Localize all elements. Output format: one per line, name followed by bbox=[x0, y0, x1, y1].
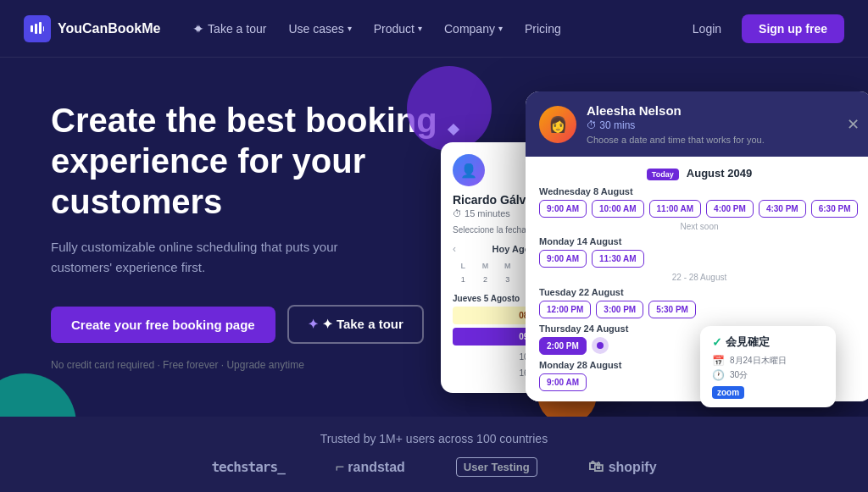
profile-duration-text: 30 mins bbox=[599, 119, 635, 131]
profile-name: Aleesha Nelson bbox=[587, 103, 765, 118]
shopify-text: shopify bbox=[609, 460, 657, 475]
hero-buttons: Create your free booking page ✦ ✦ Take a… bbox=[51, 305, 458, 344]
confirm-title-text: 会見確定 bbox=[726, 334, 770, 350]
slot-wed-1000[interactable]: 10:00 AM bbox=[592, 200, 644, 218]
calendar-icon: 📅 bbox=[712, 355, 725, 367]
svg-rect-0 bbox=[31, 25, 33, 32]
next-soon-label: Next soon bbox=[539, 222, 860, 231]
randstad-text: randstad bbox=[348, 460, 405, 475]
usertesting-logo: User Testing bbox=[456, 457, 537, 477]
slot-wed-900[interactable]: 9:00 AM bbox=[539, 200, 587, 218]
nav-product[interactable]: Product ▾ bbox=[365, 17, 431, 41]
nav-company[interactable]: Company ▾ bbox=[436, 17, 511, 41]
svg-rect-1 bbox=[35, 24, 37, 34]
cal-day-2[interactable]: 2 bbox=[475, 274, 495, 285]
confirm-time-row: 🕐 30分 bbox=[712, 369, 824, 381]
today-badge: Today bbox=[647, 169, 679, 180]
randstad-logo: ⌐ randstad bbox=[336, 458, 405, 476]
zoom-badge: zoom bbox=[712, 386, 824, 399]
profile-cta: Choose a date and time that works for yo… bbox=[587, 135, 765, 145]
slots-wednesday: 9:00 AM 10:00 AM 11:00 AM 4:00 PM 4:30 P… bbox=[539, 200, 860, 218]
shopify-icon: 🛍 bbox=[588, 458, 604, 476]
confirm-date-row: 📅 8月24日木曜日 bbox=[712, 355, 824, 367]
hero-title: Create the best booking experience for y… bbox=[51, 100, 458, 222]
trusted-section: Trusted by 1M+ users across 100 countrie… bbox=[0, 417, 868, 492]
techstars-logo: techstars_ bbox=[211, 459, 284, 475]
take-tour-label: ✦ Take a tour bbox=[194, 22, 266, 36]
product-label: Product bbox=[374, 22, 415, 36]
slot-wed-1100[interactable]: 11:00 AM bbox=[649, 200, 702, 218]
company-label: Company bbox=[444, 22, 495, 36]
svg-rect-3 bbox=[43, 26, 44, 31]
small-avatar: 👤 bbox=[453, 154, 485, 186]
login-button[interactable]: Login bbox=[681, 15, 733, 42]
slot-wed-630[interactable]: 6:30 PM bbox=[811, 200, 859, 218]
profile-duration: ⏱ 30 mins bbox=[587, 119, 765, 131]
slot-tue-300[interactable]: 3:00 PM bbox=[596, 301, 643, 318]
logo[interactable]: YouCanBookMe bbox=[24, 15, 160, 42]
week-divider: 22 - 28 August bbox=[539, 273, 860, 282]
tour-label: ✦ Take a tour bbox=[322, 317, 403, 332]
day-monday14: Monday 14 August bbox=[539, 236, 860, 246]
slot-thu-200-active[interactable]: 2:00 PM bbox=[539, 337, 587, 355]
navigation: YouCanBookMe ✦ ✦ Take a tour Use cases ▾… bbox=[0, 0, 868, 58]
cta-secondary-button[interactable]: ✦ ✦ Take a tour bbox=[287, 305, 424, 344]
day-header-m2: M bbox=[498, 260, 518, 272]
chevron-down-icon: ▾ bbox=[418, 24, 422, 33]
trusted-logos: techstars_ ⌐ randstad User Testing 🛍 sho… bbox=[51, 457, 817, 477]
mini-month-label: Hoy bbox=[492, 244, 510, 254]
cal-day-1[interactable]: 1 bbox=[453, 274, 473, 285]
large-card-header: 👩 Aleesha Nelson ⏱ 30 mins Choose a date… bbox=[526, 91, 868, 157]
trusted-heading: Trusted by 1M+ users across 100 countrie… bbox=[51, 432, 817, 445]
pricing-label: Pricing bbox=[525, 22, 561, 36]
day-tuesday22: Tuesday 22 August bbox=[539, 287, 860, 297]
slot-wed-430[interactable]: 4:30 PM bbox=[759, 200, 806, 218]
cursor-indicator bbox=[592, 337, 609, 354]
hero-note: No credit card required · Free forever ·… bbox=[51, 359, 458, 371]
card-profile: 👩 Aleesha Nelson ⏱ 30 mins Choose a date… bbox=[539, 103, 765, 145]
confirmation-card: ✓ 会見確定 📅 8月24日木曜日 🕐 30分 zoom bbox=[700, 326, 836, 407]
nav-links: ✦ ✦ Take a tour Use cases ▾ Product ▾ Co… bbox=[184, 17, 680, 41]
confirm-date-text: 8月24日木曜日 bbox=[730, 355, 787, 367]
slot-mon28-900[interactable]: 9:00 AM bbox=[539, 373, 587, 391]
cal-day-3[interactable]: 3 bbox=[498, 274, 518, 285]
day-wednesday: Wednesday 8 August bbox=[539, 186, 860, 196]
confirm-time-text: 30分 bbox=[730, 369, 748, 381]
zoom-logo: zoom bbox=[712, 386, 744, 399]
day-header-m: M bbox=[475, 260, 495, 272]
large-avatar: 👩 bbox=[539, 106, 576, 143]
profile-info: Aleesha Nelson ⏱ 30 mins Choose a date a… bbox=[587, 103, 765, 145]
duration-text: 15 minutes bbox=[465, 208, 510, 218]
slot-tue-1200[interactable]: 12:00 PM bbox=[539, 301, 591, 318]
slots-monday14: 9:00 AM 11:30 AM bbox=[539, 250, 860, 268]
nav-actions: Login Sign up free bbox=[681, 14, 844, 43]
day-header-l: L bbox=[453, 260, 473, 272]
nav-use-cases[interactable]: Use cases ▾ bbox=[280, 17, 359, 41]
testing-suffix: Testing bbox=[491, 461, 529, 473]
nav-take-tour[interactable]: ✦ ✦ Take a tour bbox=[184, 17, 275, 41]
shopify-logo: 🛍 shopify bbox=[588, 458, 657, 476]
nav-pricing[interactable]: Pricing bbox=[516, 17, 570, 41]
active-slot-label: 2:00 PM bbox=[547, 341, 579, 351]
randstad-symbol: ⌐ bbox=[336, 458, 345, 476]
close-icon[interactable]: ✕ bbox=[847, 115, 860, 134]
slots-tuesday22: 12:00 PM 3:00 PM 5:30 PM bbox=[539, 301, 860, 318]
chevron-down-icon: ▾ bbox=[348, 24, 352, 33]
month-year: August 2049 bbox=[687, 167, 752, 180]
logo-icon bbox=[24, 15, 51, 42]
signup-button[interactable]: Sign up free bbox=[742, 14, 844, 43]
slot-mon-900[interactable]: 9:00 AM bbox=[539, 250, 587, 268]
hero-subtitle: Fully customizable online scheduling tha… bbox=[51, 237, 356, 278]
prev-month-button[interactable]: ‹ bbox=[453, 243, 456, 255]
hero-section: Create the best booking experience for y… bbox=[0, 58, 868, 492]
confirm-title: ✓ 会見確定 bbox=[712, 334, 824, 350]
slot-wed-400[interactable]: 4:00 PM bbox=[706, 200, 754, 218]
cta-primary-button[interactable]: Create your free booking page bbox=[51, 307, 275, 343]
use-cases-label: Use cases bbox=[288, 22, 343, 36]
slot-tue-530[interactable]: 5:30 PM bbox=[648, 301, 696, 318]
cursor-dot bbox=[597, 342, 604, 349]
logo-text: YouCanBookMe bbox=[58, 21, 160, 36]
large-month-label: Today August 2049 bbox=[539, 167, 860, 180]
check-icon: ✓ bbox=[712, 335, 722, 349]
slot-mon-1130[interactable]: 11:30 AM bbox=[592, 250, 644, 268]
